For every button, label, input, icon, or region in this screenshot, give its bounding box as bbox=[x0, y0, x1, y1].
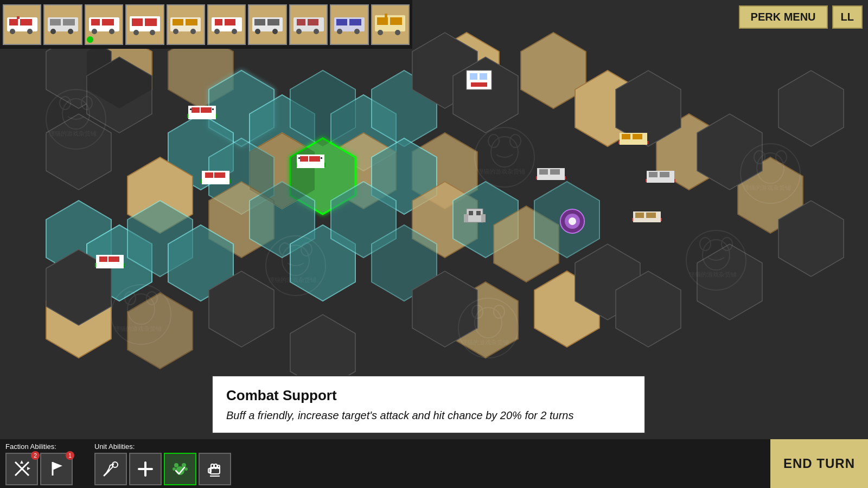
svg-rect-97 bbox=[481, 214, 486, 222]
faction-ability-2-count: 1 bbox=[66, 451, 74, 460]
svg-rect-143 bbox=[20, 19, 32, 25]
unit-slot-1[interactable] bbox=[3, 4, 41, 45]
unit-slot-9[interactable] bbox=[330, 4, 368, 45]
svg-point-156 bbox=[109, 29, 114, 34]
svg-rect-61 bbox=[190, 108, 192, 110]
svg-rect-163 bbox=[173, 19, 183, 25]
svg-rect-96 bbox=[464, 214, 468, 222]
faction-abilities-label: Faction Abilities: bbox=[5, 442, 73, 451]
svg-point-205 bbox=[182, 463, 186, 467]
ll-button[interactable]: LL bbox=[832, 5, 863, 29]
svg-point-166 bbox=[190, 29, 196, 34]
svg-text:狸猫的游戏杂货铺: 狸猫的游戏杂货铺 bbox=[689, 271, 737, 278]
svg-text:狸猫的游戏杂货铺: 狸猫的游戏杂货铺 bbox=[461, 339, 509, 345]
svg-point-155 bbox=[92, 29, 97, 34]
svg-rect-83 bbox=[622, 134, 630, 139]
svg-point-180 bbox=[296, 29, 302, 34]
svg-rect-192 bbox=[385, 14, 387, 18]
svg-text:狸猫的游戏杂货铺: 狸猫的游戏杂货铺 bbox=[114, 325, 162, 332]
unit-abilities-section: Unit Abilities: bbox=[89, 440, 237, 488]
end-turn-button[interactable]: END TURN bbox=[770, 439, 868, 488]
svg-rect-65 bbox=[300, 156, 308, 162]
unit-slot-6[interactable] bbox=[207, 4, 246, 45]
svg-rect-158 bbox=[132, 18, 143, 26]
svg-point-170 bbox=[214, 29, 220, 34]
faction-ability-button-1[interactable]: 2 bbox=[5, 453, 38, 485]
svg-rect-71 bbox=[205, 172, 213, 178]
svg-rect-159 bbox=[145, 18, 157, 26]
svg-rect-153 bbox=[91, 19, 100, 25]
svg-rect-76 bbox=[108, 256, 119, 262]
svg-rect-93 bbox=[467, 209, 483, 222]
unit-slot-3[interactable] bbox=[85, 4, 123, 45]
svg-point-203 bbox=[176, 466, 184, 475]
ability-button-plus[interactable] bbox=[129, 453, 162, 485]
svg-rect-68 bbox=[321, 157, 322, 159]
ability-tooltip: Combat Support Buff a friendly, increase… bbox=[212, 375, 646, 434]
unit-slot-7[interactable] bbox=[248, 4, 286, 45]
svg-point-171 bbox=[232, 29, 237, 34]
svg-rect-80 bbox=[471, 82, 487, 87]
ability-button-paw[interactable] bbox=[164, 453, 196, 485]
svg-point-206 bbox=[173, 467, 176, 471]
svg-rect-211 bbox=[218, 465, 220, 468]
svg-point-165 bbox=[173, 29, 178, 34]
svg-rect-91 bbox=[649, 172, 658, 177]
svg-text:狸猫的游戏杂货铺: 狸猫的游戏杂货铺 bbox=[743, 184, 791, 191]
svg-rect-62 bbox=[212, 108, 214, 110]
svg-point-144 bbox=[10, 29, 15, 34]
svg-rect-142 bbox=[9, 19, 18, 25]
svg-point-181 bbox=[314, 29, 319, 34]
svg-rect-88 bbox=[550, 169, 560, 175]
unit-slot-4[interactable] bbox=[125, 4, 164, 45]
svg-marker-196 bbox=[27, 467, 30, 470]
perk-menu-button[interactable]: PERK MENU bbox=[739, 5, 828, 29]
svg-rect-105 bbox=[646, 213, 656, 218]
svg-line-200 bbox=[104, 471, 109, 476]
svg-point-150 bbox=[50, 29, 56, 34]
faction-ability-1-count: 2 bbox=[31, 451, 40, 460]
svg-rect-87 bbox=[539, 169, 548, 175]
svg-rect-183 bbox=[336, 19, 347, 25]
svg-point-207 bbox=[184, 467, 188, 471]
svg-point-191 bbox=[395, 30, 400, 35]
svg-rect-104 bbox=[635, 213, 644, 218]
svg-point-175 bbox=[255, 29, 260, 34]
unit-slot-8[interactable] bbox=[289, 4, 328, 45]
svg-rect-60 bbox=[201, 107, 212, 113]
svg-point-204 bbox=[174, 463, 178, 467]
svg-rect-164 bbox=[186, 19, 197, 25]
svg-rect-72 bbox=[214, 172, 225, 178]
svg-rect-75 bbox=[99, 256, 107, 262]
svg-rect-78 bbox=[470, 73, 477, 80]
svg-rect-92 bbox=[660, 172, 669, 177]
svg-rect-168 bbox=[215, 19, 222, 25]
svg-rect-179 bbox=[308, 19, 318, 25]
faction-abilities-section: Faction Abilities: 2 1 bbox=[0, 440, 78, 488]
svg-text:狸猫的游戏杂货铺: 狸猫的游戏杂货铺 bbox=[269, 277, 316, 283]
svg-rect-146 bbox=[17, 16, 20, 19]
svg-rect-173 bbox=[254, 19, 265, 25]
unit-slot-10[interactable] bbox=[371, 4, 410, 45]
svg-rect-149 bbox=[63, 19, 75, 25]
svg-rect-189 bbox=[390, 17, 402, 25]
svg-point-176 bbox=[272, 29, 278, 34]
unit-slot-5[interactable] bbox=[167, 4, 205, 45]
svg-marker-195 bbox=[20, 460, 23, 464]
unit-slot-2[interactable] bbox=[43, 4, 82, 45]
svg-text:狸猫的游戏杂货铺: 狸猫的游戏杂货铺 bbox=[477, 168, 525, 175]
svg-point-186 bbox=[354, 29, 360, 34]
faction-ability-button-2[interactable]: 1 bbox=[40, 453, 73, 485]
svg-rect-59 bbox=[192, 107, 200, 113]
ability-button-wrench[interactable] bbox=[94, 453, 127, 485]
ability-button-fist[interactable] bbox=[199, 453, 231, 485]
svg-rect-94 bbox=[469, 211, 473, 215]
svg-rect-184 bbox=[349, 19, 361, 25]
svg-point-145 bbox=[27, 29, 33, 34]
unit-bar bbox=[0, 0, 412, 49]
svg-point-160 bbox=[133, 30, 139, 35]
svg-rect-66 bbox=[309, 156, 320, 162]
svg-rect-174 bbox=[267, 19, 279, 25]
svg-rect-95 bbox=[476, 211, 481, 215]
svg-point-101 bbox=[569, 217, 576, 225]
